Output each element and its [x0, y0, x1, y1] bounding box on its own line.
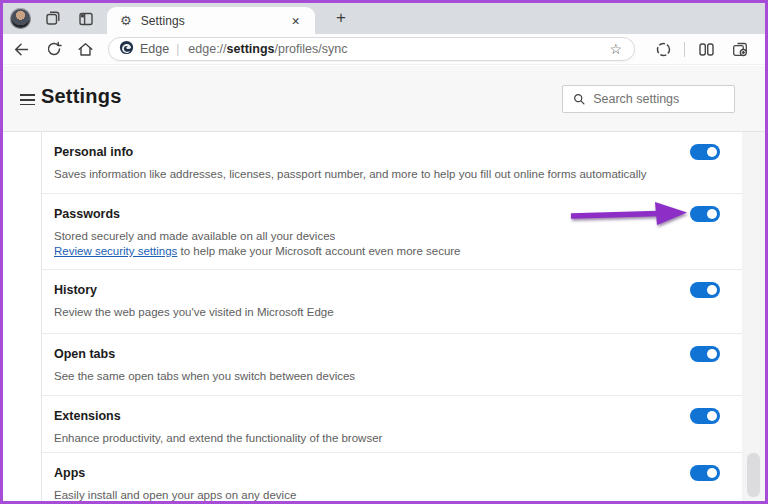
toggle-open-tabs[interactable] [690, 346, 720, 362]
toggle-apps[interactable] [690, 465, 720, 481]
settings-search-box[interactable] [562, 85, 735, 113]
sync-settings-panel: Personal info Saves information like add… [3, 131, 765, 501]
page-title: Settings [41, 85, 122, 108]
tab-close-icon[interactable]: ✕ [286, 12, 305, 30]
workspaces-icon[interactable] [39, 6, 65, 32]
setting-title: Extensions [54, 409, 121, 423]
collections-icon[interactable] [726, 36, 754, 62]
toggle-history[interactable] [690, 282, 720, 298]
address-bar[interactable]: Edge | edge://settings/profiles/sync ☆ [108, 37, 635, 61]
scrollbar-thumb[interactable] [747, 453, 760, 497]
profile-avatar[interactable] [10, 8, 31, 29]
browser-window: ⚙ Settings ✕ + [0, 0, 768, 504]
back-icon[interactable] [8, 36, 35, 62]
tab-title: Settings [141, 14, 287, 28]
gear-favicon-icon: ⚙ [120, 14, 132, 27]
toolbar-divider [684, 42, 685, 57]
setting-title: Apps [54, 466, 85, 480]
setting-description: See the same open tabs when you switch b… [54, 369, 355, 384]
setting-row-open-tabs: Open tabs See the same open tabs when yo… [42, 334, 742, 396]
split-screen-icon[interactable] [692, 36, 720, 62]
edge-logo-icon [119, 40, 134, 58]
setting-description: Review the web pages you've visited in M… [54, 305, 334, 320]
setting-row-passwords: Passwords Stored securely and made avail… [42, 194, 742, 270]
setting-row-personal-info: Personal info Saves information like add… [42, 132, 742, 194]
toolbar-right-icons [649, 36, 754, 62]
setting-description: Easily install and open your apps on any… [54, 488, 296, 502]
scrollbar-track[interactable] [742, 132, 765, 501]
search-icon [573, 92, 585, 106]
search-input[interactable] [593, 92, 726, 106]
favorites-star-icon[interactable]: ☆ [605, 40, 626, 58]
toggle-passwords[interactable] [690, 206, 720, 222]
setting-title: History [54, 283, 97, 297]
navigation-toolbar: Edge | edge://settings/profiles/sync ☆ [3, 34, 765, 65]
url-text: edge://settings/profiles/sync [188, 42, 347, 56]
menu-hamburger-icon[interactable] [20, 94, 35, 109]
setting-description: Enhance productivity, and extend the fun… [54, 431, 382, 446]
setting-title: Personal info [54, 145, 133, 159]
tab-actions-menu-icon[interactable] [73, 6, 99, 32]
review-security-settings-link[interactable]: Review security settings [54, 245, 177, 257]
refresh-icon[interactable] [40, 36, 67, 62]
browser-essentials-icon[interactable] [649, 36, 677, 62]
setting-title: Open tabs [54, 347, 115, 361]
setting-row-extensions: Extensions Enhance productivity, and ext… [42, 396, 742, 453]
setting-description: Saves information like addresses, licens… [54, 167, 647, 182]
tab-settings[interactable]: ⚙ Settings ✕ [107, 7, 315, 34]
edge-label: Edge [140, 42, 169, 56]
settings-page-header: Settings [3, 66, 765, 131]
toggle-personal-info[interactable] [690, 144, 720, 160]
url-divider: | [176, 42, 179, 56]
setting-row-history: History Review the web pages you've visi… [42, 270, 742, 334]
new-tab-button[interactable]: + [327, 7, 355, 31]
setting-row-apps: Apps Easily install and open your apps o… [42, 453, 742, 502]
setting-description: Stored securely and made available on al… [54, 229, 461, 259]
home-icon[interactable] [72, 36, 99, 62]
toggle-extensions[interactable] [690, 408, 720, 424]
setting-title: Passwords [54, 207, 120, 221]
tab-strip: ⚙ Settings ✕ + [3, 3, 765, 34]
